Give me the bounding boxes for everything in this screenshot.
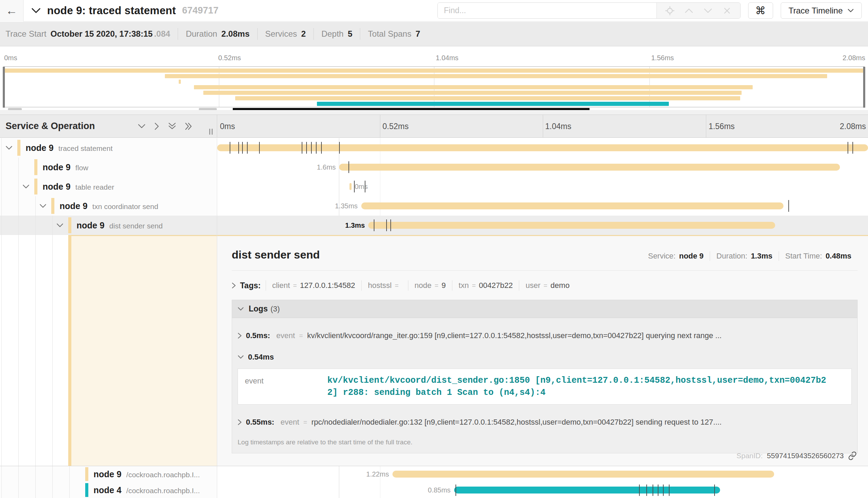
span-detail-panel: dist sender send Service:node 9 Duration…: [217, 235, 868, 466]
service-meta-label: Service:: [648, 252, 675, 261]
ruler-tick-2: 1.04ms: [545, 122, 571, 131]
log-marker-tick: [653, 485, 653, 496]
span-duration-label: 0.85ms: [428, 482, 451, 498]
find-next-icon[interactable]: [702, 5, 714, 17]
chevron-down-icon[interactable]: [39, 204, 46, 208]
log-marker-tick: [663, 485, 664, 496]
span-tree-item[interactable]: node 9txn coordinator send: [0, 196, 217, 216]
logs-footnote: Log timestamps are relative to the start…: [238, 438, 857, 446]
log-marker-tick: [669, 485, 670, 496]
collapse-all-icon[interactable]: [168, 123, 176, 130]
span-timeline-cell[interactable]: 0.85ms: [217, 482, 868, 498]
chevron-down-icon[interactable]: [6, 146, 12, 150]
trace-start-value: October 15 2020, 17:38:15: [51, 29, 153, 39]
minimap-span-bar: [317, 102, 669, 106]
chevron-down-icon[interactable]: [23, 184, 29, 189]
span-tree-item[interactable]: node 9/cockroach.roachpb.I...: [0, 466, 217, 482]
span-bar[interactable]: [368, 222, 775, 229]
find-clear-icon[interactable]: [721, 5, 733, 17]
span-rows: node 9traced statement node 9flow 1.6ms: [0, 138, 868, 498]
expand-one-icon[interactable]: [154, 123, 159, 130]
column-resizer[interactable]: [209, 129, 213, 135]
log-marker-tick: [247, 142, 248, 154]
log-marker-tick: [639, 485, 640, 496]
back-arrow-icon: ←: [6, 4, 18, 17]
span-timeline-cell[interactable]: [217, 138, 868, 157]
tag-node: node=9: [408, 280, 452, 291]
tree-toolbar: [138, 115, 193, 137]
locate-icon[interactable]: [664, 5, 676, 17]
span-bar[interactable]: [217, 144, 868, 151]
span-color-strip: [34, 159, 37, 175]
minimap-span-bar: [194, 85, 753, 89]
tag-user: user=demo: [519, 280, 576, 291]
operation-name: traced statement: [59, 144, 113, 152]
logs-header[interactable]: Logs (3): [232, 300, 857, 318]
keyboard-shortcuts-button[interactable]: ⌘: [748, 2, 773, 19]
operation-name: /cockroach.roachpb.I...: [126, 487, 200, 495]
span-timeline-cell[interactable]: 1.3ms: [217, 216, 868, 235]
span-tree-item[interactable]: node 4/cockroach.roachpb.I...: [0, 482, 217, 498]
span-color-strip: [68, 217, 71, 233]
span-bar[interactable]: [454, 487, 720, 494]
tags-row[interactable]: Tags: client=127.0.0.1:54582 hostssl= no…: [232, 280, 858, 291]
log-entry-1[interactable]: 0.5ms: event = kv/kvclient/kvcoord/range…: [232, 331, 857, 340]
ruler-tick-3: 1.56ms: [709, 122, 735, 131]
span-color-strip: [85, 467, 88, 481]
minimap-right-scrubber[interactable]: [863, 67, 865, 108]
span-bar[interactable]: [339, 164, 840, 171]
span-tree-item[interactable]: node 9traced statement: [0, 138, 217, 157]
span-timeline-cell[interactable]: 1.6ms: [217, 157, 868, 177]
find-input[interactable]: [438, 3, 656, 18]
log-marker-tick: [311, 142, 312, 154]
section-gap: [0, 110, 868, 115]
span-timeline-cell[interactable]: 1.22ms: [217, 466, 868, 482]
minimap-canvas[interactable]: [3, 66, 865, 107]
duration-label: Duration: [186, 29, 217, 39]
chevron-down-icon[interactable]: [56, 223, 63, 228]
depth-value: 5: [348, 29, 352, 39]
service-meta-value: node 9: [679, 252, 703, 261]
span-timeline-cell[interactable]: 0ms: [217, 177, 868, 196]
span-row-traced-statement: node 9traced statement: [0, 138, 868, 157]
log-marker-tick: [348, 161, 349, 173]
trace-id: 6749717: [182, 5, 219, 16]
total-spans-label: Total Spans: [368, 29, 411, 39]
log-entry-2-header[interactable]: 0.54ms: [232, 353, 857, 362]
axis-tick-1: 0.52ms: [218, 54, 241, 62]
log-marker-tick: [714, 485, 715, 496]
span-tree-item[interactable]: node 9dist sender send: [0, 216, 217, 235]
expand-all-icon[interactable]: [185, 123, 193, 130]
chevron-right-icon: [238, 333, 242, 339]
span-color-strip: [34, 179, 37, 194]
span-bar[interactable]: [392, 471, 774, 478]
detail-meta: Service:node 9 Duration:1.3ms Start Time…: [642, 251, 858, 261]
chevron-down-icon: [238, 307, 244, 311]
timeline-time-ruler: 0ms 0.52ms 1.04ms 1.56ms 2.08ms: [217, 115, 868, 137]
depth-label: Depth: [321, 29, 344, 39]
log-marker-tick: [386, 219, 387, 231]
span-timeline-cell[interactable]: 1.35ms: [217, 196, 868, 216]
log-entry-3[interactable]: 0.55ms: event = rpc/nodedialer/nodediale…: [232, 418, 857, 427]
collapse-one-icon[interactable]: [138, 124, 145, 129]
collapse-trace-icon[interactable]: [31, 8, 41, 14]
logs-section: Logs (3) 0.5ms: event = kv/kvclient/kvco…: [232, 300, 858, 453]
span-tree-item[interactable]: node 9flow: [0, 157, 217, 177]
view-selector-button[interactable]: Trace Timeline: [781, 2, 862, 19]
service-name: node 9txn coordinator send: [60, 201, 158, 211]
find-prev-icon[interactable]: [683, 5, 695, 17]
services-value: 2: [301, 29, 306, 39]
log-marker-tick: [390, 219, 391, 231]
link-icon[interactable]: [848, 451, 857, 460]
log-marker-tick: [339, 142, 340, 154]
span-color-strip: [51, 198, 54, 214]
services-item: Services 2: [257, 28, 313, 40]
back-button[interactable]: ←: [0, 0, 24, 21]
span-bar[interactable]: [349, 183, 351, 190]
log-field-key: event: [245, 374, 327, 399]
service-name: node 9traced statement: [26, 143, 113, 153]
minimap-left-scrubber[interactable]: [3, 67, 5, 108]
span-tree-item[interactable]: node 9table reader: [0, 177, 217, 196]
span-bar[interactable]: [361, 202, 784, 209]
operation-name: dist sender send: [109, 222, 163, 230]
